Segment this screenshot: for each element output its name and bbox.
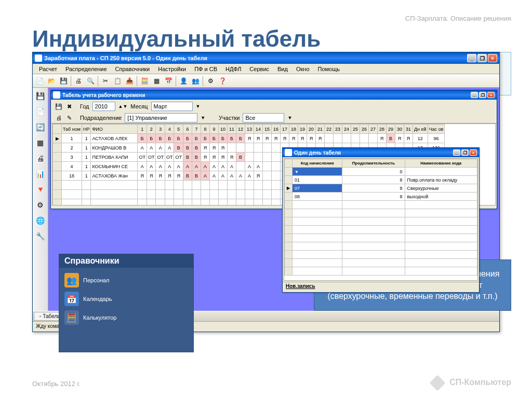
menu-item[interactable]: Справочники [111,65,154,73]
menu-item[interactable]: Настройки [154,65,190,73]
popup-icon [285,149,292,156]
tb-table-icon[interactable]: ▦ [151,75,162,87]
tb-preview-icon[interactable]: 🔍 [85,75,96,87]
close-button[interactable]: × [488,54,497,62]
popup-close-button[interactable]: × [470,149,477,156]
area-dropdown-icon[interactable]: ▼ [287,115,292,120]
tabel-maximize-button[interactable]: ❐ [479,92,486,98]
tb-copy-icon[interactable]: 📋 [112,75,123,87]
tabel-close-button[interactable]: × [487,92,495,98]
table-row[interactable] [285,209,477,217]
desktop-item-label: Калькулятор [83,314,116,321]
desktop-item-icon: 📅 [64,292,79,306]
menu-item[interactable]: ПФ и СВ [190,65,221,73]
menu-item[interactable]: Помощь [314,65,344,73]
tb-save-icon[interactable]: 💾 [58,75,69,87]
area-select[interactable] [243,113,284,122]
tb-paste-icon[interactable]: 📥 [124,75,135,87]
sb-save-icon[interactable]: 💾 [34,90,47,102]
sb-grid-icon[interactable]: ▦ [34,136,47,149]
popup-grid[interactable]: Код начисленияПродолжительностьНаименова… [284,159,477,276]
desktop-item[interactable]: 📅Календарь [64,292,188,306]
dept-label: Подразделение [80,115,122,121]
table-row[interactable]: ▶078Сверхурочные [285,184,477,193]
desktop-item-icon: 🧮 [64,310,79,325]
sb-filter-icon[interactable]: 🔻 [34,183,47,196]
dept-dropdown-icon[interactable]: ▼ [201,115,205,120]
table-row[interactable] [285,242,477,251]
sb-refresh-icon[interactable]: 🔄 [34,121,47,133]
maximize-button[interactable]: ❐ [477,54,487,62]
table-row[interactable] [285,234,477,242]
sb-print-icon[interactable]: 🖨 [34,152,47,164]
tabel-print-icon[interactable]: 🖨 [54,113,63,122]
menu-item[interactable]: Распределение [61,65,111,73]
tabel-minimize-button[interactable]: _ [471,92,478,98]
menu-item[interactable]: Вид [273,65,292,73]
menubar: РасчетРаспределениеСправочникиНастройкиП… [33,64,499,74]
tb-cut-icon[interactable]: ✂ [100,75,111,87]
dept-select[interactable] [125,113,197,122]
tb-new-icon[interactable]: 📄 [34,75,45,87]
desktop-panel-title: Справочники [59,254,193,268]
area-label: Участки [219,115,240,121]
toolbar: 📄 📂 💾 🖨 🔍 ✂ 📋 📥 🧮 ▦ 📅 👤 👥 ⚙ ❓ [33,74,499,88]
tabel-edit-icon[interactable]: ✎ [64,113,74,122]
tabel-title: Табель учета рабочего времени [62,92,145,98]
app-window: Заработная плата - СП 250 версия 5.0 - О… [32,52,500,332]
table-row[interactable]: 018Повр.оплата по окладу [285,176,477,184]
month-label: Месяц [130,103,148,109]
menu-item[interactable]: Окно [292,65,314,73]
sb-globe-icon[interactable]: 🌐 [34,214,47,227]
table-row[interactable] [285,226,477,234]
popup-maximize-button[interactable]: ❐ [461,149,469,156]
desktop-item-label: Персонал [83,277,110,283]
tb-help-icon[interactable]: ❓ [217,75,228,87]
titlebar: Заработная плата - СП 250 версия 5.0 - О… [33,52,499,64]
tb-calendar-icon[interactable]: 📅 [163,75,174,87]
year-input[interactable] [92,102,115,111]
tabel-delete-icon[interactable]: ✖ [64,102,74,111]
tabel-save-icon[interactable]: 💾 [54,102,63,111]
slide-footer-date: Октябрь 2012 г. [32,380,81,388]
desktop-panel: Справочники 👥Персонал📅Календарь🧮Калькуля… [59,254,194,352]
table-row[interactable]: 088выходной [285,193,477,201]
tb-user-icon[interactable]: 👤 [178,75,189,87]
table-row[interactable] [285,267,477,276]
desktop-item[interactable]: 👥Персонал [64,273,188,287]
app-icon [35,54,42,62]
table-row[interactable] [285,201,477,209]
slide-header: СП-Зарплата. Описание решения [405,15,511,22]
table-row[interactable] [285,259,477,267]
tb-open-icon[interactable]: 📂 [46,75,57,87]
sb-chart-icon[interactable]: 📊 [34,168,47,180]
slide-footer-company: СП-Компьютер [432,377,511,389]
menu-item[interactable]: Расчет [35,65,61,73]
tb-settings-icon[interactable]: ⚙ [205,75,216,87]
tabel-icon [53,91,60,99]
minimize-button[interactable]: _ [467,54,476,62]
popup-minimize-button[interactable]: _ [453,149,460,156]
window-title: Заработная плата - СП 250 версия 5.0 - О… [44,55,207,61]
sb-gear-icon[interactable]: ⚙ [34,199,47,211]
table-row[interactable] [285,217,477,226]
month-input[interactable] [151,102,193,111]
tabel-titlebar: Табель учета рабочего времени _ ❐ × [51,90,497,100]
popup-new-record-button[interactable]: Нов.запись [283,282,479,291]
mdi-area: 💾 📄 🔄 ▦ 🖨 📊 🔻 ⚙ 🌐 🔧 Табель учета рабочег… [33,88,499,321]
table-row[interactable]: ▼0 [285,168,477,176]
tb-users-icon[interactable]: 👥 [190,75,201,87]
table-row[interactable] [285,251,477,259]
menu-item[interactable]: Сервис [245,65,273,73]
desktop-item-icon: 👥 [64,273,79,287]
sb-doc-icon[interactable]: 📄 [34,105,47,118]
tb-calc-icon[interactable]: 🧮 [139,75,150,87]
sb-tool-icon[interactable]: 🔧 [34,230,47,242]
tb-print-icon[interactable]: 🖨 [73,75,84,87]
year-stepper-icon[interactable]: ▲▼ [118,104,128,109]
desktop-item[interactable]: 🧮Калькулятор [64,310,188,325]
menu-item[interactable]: НДФЛ [221,65,245,73]
tabel-toolbar: 💾 ✖ Год ▲▼ Месяц ▼ 🖨 ✎ Подразделение [51,100,497,123]
month-dropdown-icon[interactable]: ▼ [196,104,201,109]
table-row[interactable]: ▶11АСТАХОВ АЛЕКББББББББББББЯЯЯЯЯЯЯЯЯЯВЯЯ… [53,134,445,143]
